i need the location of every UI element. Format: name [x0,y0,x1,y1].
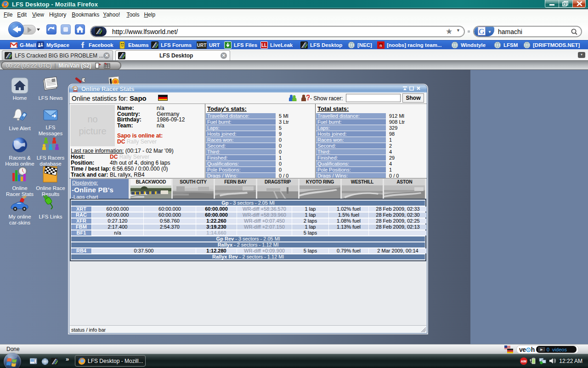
svg-text:URT: URT [197,43,207,48]
svg-text:n: n [379,43,382,48]
svg-text:?: ? [306,94,310,102]
svg-text:LL: LL [261,43,267,48]
svg-text:AIM: AIM [521,360,526,363]
